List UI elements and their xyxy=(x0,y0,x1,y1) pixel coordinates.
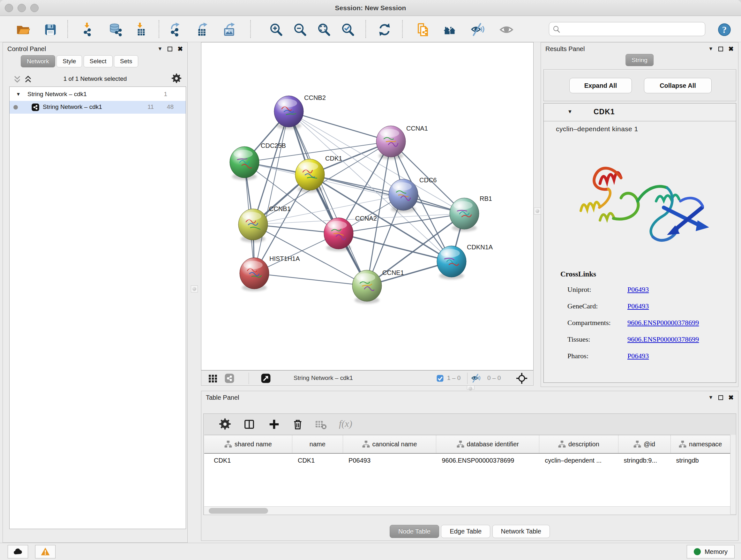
zoom-out-icon[interactable] xyxy=(293,23,307,37)
table-row[interactable]: CDK1 CDK1 P06493 9606.ENSP00000378699 cy… xyxy=(204,454,730,469)
maximize-panel-icon[interactable] xyxy=(167,47,172,51)
birds-eye-view-icon[interactable] xyxy=(261,373,271,383)
column-header-namespace[interactable]: namespace xyxy=(671,435,730,453)
left-splitter-grip[interactable] xyxy=(191,286,198,293)
network-canvas[interactable]: CCNB2CCNA1CDC25BCDK1CDC6RB1CCNB1CCNA2CDK… xyxy=(201,42,534,370)
column-header-id[interactable]: @id xyxy=(618,435,671,453)
tab-network[interactable]: Network xyxy=(21,55,55,67)
network-node-RB1[interactable] xyxy=(450,198,479,232)
column-header-description[interactable]: description xyxy=(539,435,618,453)
maximize-panel-icon[interactable] xyxy=(718,395,723,400)
network-node-HIST1H1A[interactable] xyxy=(240,258,269,291)
network-edge-CCNB2-CCNE1[interactable] xyxy=(289,111,367,286)
help-icon[interactable] xyxy=(718,23,731,37)
delete-column-icon[interactable] xyxy=(292,418,304,430)
network-node-CCNE1[interactable] xyxy=(352,270,382,304)
close-panel-icon[interactable]: ✖ xyxy=(728,45,734,53)
zoom-fit-icon[interactable] xyxy=(317,23,331,37)
show-glyphs-icon[interactable] xyxy=(499,23,514,37)
scrollbar-thumb[interactable] xyxy=(209,508,268,514)
network-node-CCNA2[interactable] xyxy=(324,218,353,251)
add-column-icon[interactable] xyxy=(268,418,280,430)
import-table-icon[interactable] xyxy=(133,23,147,37)
tab-select[interactable]: Select xyxy=(84,55,113,67)
export-image-icon[interactable] xyxy=(222,23,237,37)
network-node-CCNB1[interactable] xyxy=(239,209,268,242)
tab-style[interactable]: Style xyxy=(57,55,82,67)
fit-selected-crosshair-icon[interactable] xyxy=(516,373,528,384)
close-panel-icon[interactable]: ✖ xyxy=(178,45,183,53)
apply-layout-icon[interactable] xyxy=(378,23,392,37)
zoom-selected-icon[interactable] xyxy=(341,23,355,37)
hidden-eye-slash-icon[interactable] xyxy=(471,374,481,383)
open-session-icon[interactable] xyxy=(16,23,30,37)
network-node-CDKN1A[interactable] xyxy=(437,246,466,279)
tissues-link[interactable]: 9606.ENSP00000378699 xyxy=(627,335,699,344)
cell-canonical-name[interactable]: P06493 xyxy=(343,454,436,469)
import-network-database-icon[interactable] xyxy=(109,23,123,37)
column-header-shared-name[interactable]: shared name xyxy=(204,435,292,453)
hide-glyphs-icon[interactable] xyxy=(471,23,485,37)
close-panel-icon[interactable]: ✖ xyxy=(728,394,734,401)
string-home-icon[interactable] xyxy=(443,23,457,37)
network-row[interactable]: String Network – cdk1 11 48 xyxy=(10,101,186,114)
cell-description[interactable]: cyclin–dependent ... xyxy=(539,454,618,469)
genecard-link[interactable]: P06493 xyxy=(627,302,649,310)
selected-checkbox-icon[interactable] xyxy=(436,374,444,382)
save-session-icon[interactable] xyxy=(44,23,57,37)
tab-node-table[interactable]: Node Table xyxy=(390,525,439,538)
cell-name[interactable]: CDK1 xyxy=(292,454,343,469)
node-section-header[interactable]: ▼ CDK1 xyxy=(544,104,736,121)
network-node-CDC25B[interactable] xyxy=(230,146,259,180)
zoom-in-icon[interactable] xyxy=(269,23,283,37)
warnings-button[interactable] xyxy=(35,545,56,558)
pharos-link[interactable]: P06493 xyxy=(627,352,649,360)
collection-expand-icon[interactable]: ▼ xyxy=(16,91,21,97)
collapse-all-button[interactable]: Collapse All xyxy=(644,78,712,93)
network-edge-CCNB2-CCNA1[interactable] xyxy=(289,111,391,141)
network-edge-HIST1H1A-CCNE1[interactable] xyxy=(254,273,367,286)
network-node-CCNA1[interactable] xyxy=(376,126,406,159)
export-table-icon[interactable] xyxy=(195,23,209,37)
float-panel-icon[interactable]: ▼ xyxy=(708,46,713,52)
uniprot-link[interactable]: P06493 xyxy=(627,286,649,294)
delete-table-icon[interactable] xyxy=(315,418,327,430)
float-panel-icon[interactable]: ▼ xyxy=(157,46,162,52)
table-vertical-scrollbar[interactable] xyxy=(730,435,736,514)
column-header-name[interactable]: name xyxy=(292,435,343,453)
network-node-CCNB2[interactable] xyxy=(274,96,304,129)
cell-shared-name[interactable]: CDK1 xyxy=(204,454,292,469)
clone-network-icon[interactable] xyxy=(416,23,430,37)
column-header-database-identifier[interactable]: database identifier xyxy=(436,435,539,453)
memory-button[interactable]: Memory xyxy=(687,545,735,558)
cell-id[interactable]: stringdb:9... xyxy=(618,454,670,469)
network-collection-row[interactable]: ▼ String Network – cdk1 1 xyxy=(10,88,186,101)
bottom-splitter-grip[interactable] xyxy=(467,385,475,389)
search-input[interactable] xyxy=(563,23,702,35)
cell-database-identifier[interactable]: 9606.ENSP00000378699 xyxy=(436,454,539,469)
float-panel-icon[interactable]: ▼ xyxy=(708,395,713,400)
maximize-panel-icon[interactable] xyxy=(718,47,723,51)
show-columns-icon[interactable] xyxy=(243,418,255,430)
grid-view-icon[interactable] xyxy=(208,373,218,383)
network-node-CDK1[interactable] xyxy=(295,159,325,192)
search-field[interactable] xyxy=(549,22,705,36)
right-splitter-grip[interactable] xyxy=(534,207,541,214)
function-builder-icon[interactable]: f(x) xyxy=(339,418,352,429)
section-collapse-icon[interactable]: ▼ xyxy=(567,109,572,115)
network-node-CDC6[interactable] xyxy=(389,179,418,212)
tab-network-table[interactable]: Network Table xyxy=(492,525,550,538)
tab-sets[interactable]: Sets xyxy=(114,55,138,67)
network-options-gear-icon[interactable] xyxy=(172,73,182,84)
table-horizontal-scrollbar[interactable] xyxy=(204,506,730,515)
table-options-gear-icon[interactable] xyxy=(219,418,231,430)
tab-string[interactable]: String xyxy=(625,54,654,66)
expand-all-button[interactable]: Expand All xyxy=(569,78,632,93)
cloud-button[interactable] xyxy=(8,545,28,558)
tab-edge-table[interactable]: Edge Table xyxy=(441,525,490,538)
compartments-link[interactable]: 9606.ENSP00000378699 xyxy=(627,319,699,327)
cell-namespace[interactable]: stringdb xyxy=(670,454,730,469)
column-header-canonical-name[interactable]: canonical name xyxy=(343,435,436,453)
network-view-icon[interactable] xyxy=(224,373,234,383)
import-network-file-icon[interactable] xyxy=(80,23,94,37)
